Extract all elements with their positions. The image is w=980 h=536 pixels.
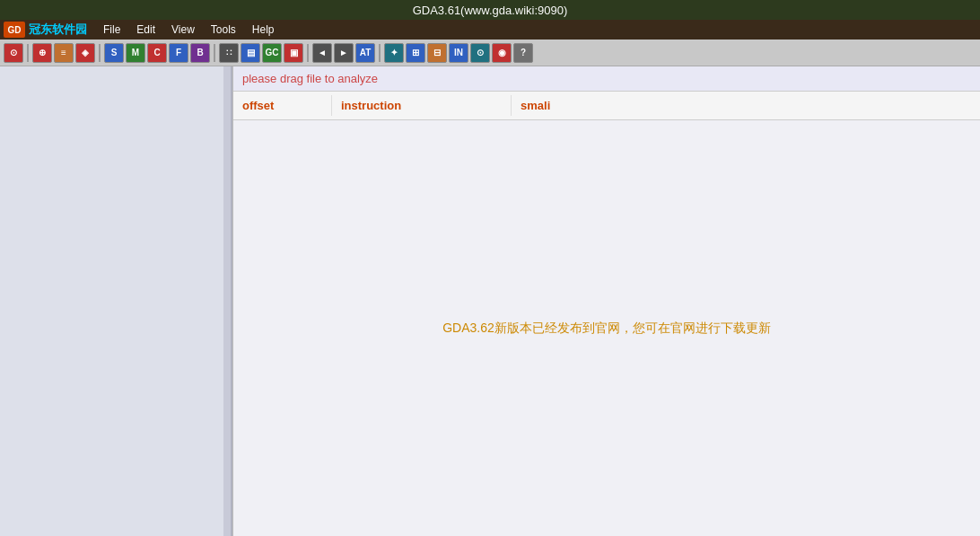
logo-text: 冠东软件园 [29,22,87,38]
toolbar-separator [27,44,29,62]
left-sidebar [0,66,233,536]
svg-text:GD: GD [8,25,22,35]
toolbar-btn-btn2[interactable]: ⊕ [32,43,52,63]
menu-bar: GD 冠东软件园 File Edit View Tools Help [0,20,980,40]
toolbar-btn-btn21[interactable]: ⊙ [470,43,490,63]
title-bar: GDA3.61(www.gda.wiki:9090) [0,0,980,20]
drag-notice: please drag file to analyze [233,66,980,92]
toolbar-btn-btn9[interactable]: B [190,43,210,63]
logo-area: GD 冠东软件园 [4,22,87,38]
column-headers: offset instruction smali [233,92,980,120]
toolbar-separator [379,44,381,62]
toolbar-btn-btn23[interactable]: ? [513,43,533,63]
toolbar-btn-btn7[interactable]: C [147,43,167,63]
content-area: GDA3.62新版本已经发布到官网，您可在官网进行下载更新 [233,120,980,536]
toolbar-btn-btn8[interactable]: F [169,43,188,63]
main-container: please drag file to analyze offset instr… [0,66,980,536]
toolbar-btn-btn22[interactable]: ◉ [492,43,512,63]
toolbar-btn-btn15[interactable]: ► [334,43,354,63]
toolbar-btn-btn14[interactable]: ◄ [312,43,332,63]
logo-icon: GD [4,22,25,38]
toolbar-btn-btn5[interactable]: S [104,43,124,63]
menu-view[interactable]: View [164,22,202,38]
toolbar: ⊙⊕≡◈SMCFB∷▤GC▣◄►AT✦⊞⊟IN⊙◉? [0,40,980,66]
toolbar-btn-btn12[interactable]: GC [262,43,282,63]
menu-tools[interactable]: Tools [204,22,243,38]
toolbar-separator [99,44,101,62]
col-header-instruction: instruction [332,95,512,116]
sidebar-inner [223,66,232,536]
toolbar-btn-btn10[interactable]: ∷ [219,43,239,63]
menu-edit[interactable]: Edit [129,22,162,38]
toolbar-btn-btn13[interactable]: ▣ [284,43,303,63]
toolbar-btn-btn3[interactable]: ≡ [54,43,74,63]
toolbar-btn-btn11[interactable]: ▤ [241,43,260,63]
toolbar-btn-btn6[interactable]: M [126,43,145,63]
toolbar-btn-btn20[interactable]: IN [449,43,468,63]
toolbar-btn-btn1[interactable]: ⊙ [4,43,23,63]
toolbar-separator [307,44,309,62]
menu-file[interactable]: File [96,22,127,38]
title-text: GDA3.61(www.gda.wiki:9090) [413,4,568,17]
drag-notice-text: please drag file to analyze [242,72,378,85]
col-header-offset: offset [233,95,332,116]
toolbar-btn-btn4[interactable]: ◈ [75,43,95,63]
toolbar-btn-btn18[interactable]: ⊞ [406,43,425,63]
toolbar-btn-btn16[interactable]: AT [355,43,375,63]
toolbar-separator [214,44,215,62]
update-notice: GDA3.62新版本已经发布到官网，您可在官网进行下载更新 [442,321,771,337]
right-content: please drag file to analyze offset instr… [233,66,980,536]
toolbar-btn-btn17[interactable]: ✦ [384,43,404,63]
menu-help[interactable]: Help [245,22,282,38]
toolbar-btn-btn19[interactable]: ⊟ [427,43,447,63]
col-header-smali: smali [512,95,980,116]
